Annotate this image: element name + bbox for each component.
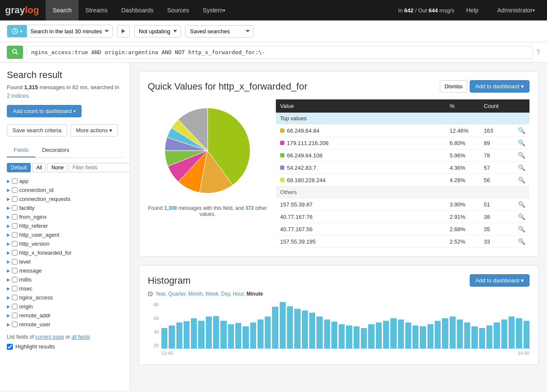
field-checkbox[interactable]: [12, 250, 18, 256]
field-checkbox[interactable]: [12, 232, 18, 238]
tab-fields[interactable]: Fields: [7, 143, 35, 157]
field-checkbox[interactable]: [12, 322, 18, 327]
filter-none[interactable]: None: [47, 163, 67, 172]
field-checkbox[interactable]: [12, 304, 18, 309]
more-actions-button[interactable]: More actions ▾: [70, 124, 118, 136]
resolution-option[interactable]: Hour,: [233, 291, 246, 297]
nav-admin[interactable]: Administrator: [491, 0, 542, 20]
field-expand-arrow[interactable]: ▶: [7, 322, 10, 327]
field-checkbox[interactable]: [12, 223, 18, 229]
field-checkbox[interactable]: [12, 259, 18, 264]
field-item[interactable]: ▶ remote_addr: [7, 311, 123, 320]
search-value-button[interactable]: 🔍: [518, 226, 525, 232]
field-checkbox[interactable]: [12, 205, 18, 211]
field-checkbox[interactable]: [12, 214, 18, 220]
field-expand-arrow[interactable]: ▶: [7, 197, 10, 201]
field-checkbox[interactable]: [12, 187, 18, 193]
saved-searches-select[interactable]: Saved searches: [185, 25, 254, 38]
highlight-checkbox[interactable]: [7, 344, 13, 350]
resolution-option[interactable]: Month,: [188, 291, 205, 297]
resolution-option[interactable]: Week,: [205, 291, 221, 297]
field-item[interactable]: ▶ http_user_agent: [7, 230, 123, 239]
field-item[interactable]: ▶ msec: [7, 284, 123, 293]
search-value-button[interactable]: 🔍: [518, 152, 525, 159]
field-item[interactable]: ▶ nginx_access: [7, 293, 123, 302]
search-value-button[interactable]: 🔍: [518, 139, 525, 146]
all-fields-link[interactable]: all fields: [71, 334, 90, 340]
histogram-bar: [494, 322, 500, 348]
field-checkbox[interactable]: [12, 313, 18, 318]
time-select[interactable]: Search in the last 30 minutes: [27, 26, 112, 37]
field-expand-arrow[interactable]: ▶: [7, 268, 10, 273]
field-expand-arrow[interactable]: ▶: [7, 313, 10, 318]
search-value-button[interactable]: 🔍: [518, 238, 525, 245]
save-search-button[interactable]: Save search criteria: [7, 124, 67, 136]
time-icon-btn[interactable]: ▾: [7, 25, 27, 37]
field-checkbox[interactable]: [12, 241, 18, 247]
field-item[interactable]: ▶ http_version: [7, 239, 123, 248]
current-page-link[interactable]: current page: [35, 334, 64, 340]
field-item[interactable]: ▶ http_x_forwarded_for: [7, 248, 123, 257]
search-value-button[interactable]: 🔍: [518, 127, 525, 134]
query-input[interactable]: [26, 46, 533, 59]
search-value-button[interactable]: 🔍: [518, 201, 525, 208]
search-go-button[interactable]: [7, 46, 23, 59]
resolution-option[interactable]: Minute: [246, 291, 263, 297]
field-expand-arrow[interactable]: ▶: [7, 259, 10, 264]
field-expand-arrow[interactable]: ▶: [7, 232, 10, 237]
field-item[interactable]: ▶ facility: [7, 203, 123, 212]
not-updating-select[interactable]: Not updating: [134, 25, 181, 38]
histogram-add-dashboard-button[interactable]: Add to dashboard ▾: [470, 274, 529, 287]
search-value-button[interactable]: 🔍: [518, 164, 525, 171]
field-item[interactable]: ▶ app: [7, 177, 123, 186]
field-expand-arrow[interactable]: ▶: [7, 286, 10, 291]
nav-system[interactable]: System: [196, 0, 232, 20]
query-help-icon[interactable]: ?: [536, 49, 540, 56]
field-item[interactable]: ▶ message: [7, 266, 123, 275]
field-checkbox[interactable]: [12, 268, 18, 273]
indices-link[interactable]: 2 indices.: [7, 93, 30, 99]
add-count-dashboard-button[interactable]: Add count to dashboard ▾: [7, 105, 82, 117]
field-expand-arrow[interactable]: ▶: [7, 179, 10, 183]
add-to-dashboard-button[interactable]: Add to dashboard ▾: [470, 80, 529, 93]
search-value-button[interactable]: 🔍: [518, 213, 525, 220]
field-expand-arrow[interactable]: ▶: [7, 277, 10, 282]
dismiss-button[interactable]: Dismiss: [440, 80, 467, 93]
field-checkbox[interactable]: [12, 286, 18, 291]
time-dropdown[interactable]: ▾ Search in the last 30 minutes: [7, 25, 113, 38]
filter-default[interactable]: Default: [7, 163, 31, 172]
field-expand-arrow[interactable]: ▶: [7, 215, 10, 219]
field-filter-input[interactable]: [69, 163, 130, 172]
play-button[interactable]: [117, 25, 130, 38]
field-checkbox[interactable]: [12, 178, 18, 184]
field-expand-arrow[interactable]: ▶: [7, 206, 10, 210]
nav-help[interactable]: Help: [459, 0, 486, 20]
field-item[interactable]: ▶ origin: [7, 302, 123, 311]
field-checkbox[interactable]: [12, 295, 18, 300]
filter-all[interactable]: All: [32, 163, 46, 172]
field-item[interactable]: ▶ remote_user: [7, 320, 123, 329]
field-item[interactable]: ▶ connection_requests: [7, 195, 123, 203]
field-item[interactable]: ▶ connection_id: [7, 186, 123, 195]
field-expand-arrow[interactable]: ▶: [7, 250, 10, 255]
field-item[interactable]: ▶ level: [7, 257, 123, 266]
field-item[interactable]: ▶ http_referer: [7, 221, 123, 230]
field-expand-arrow[interactable]: ▶: [7, 241, 10, 246]
resolution-option[interactable]: Day,: [221, 291, 233, 297]
resolution-option[interactable]: Quarter,: [168, 291, 188, 297]
nav-sources[interactable]: Sources: [160, 0, 196, 20]
search-value-button[interactable]: 🔍: [518, 177, 525, 183]
resolution-option[interactable]: Year,: [155, 291, 168, 297]
field-item[interactable]: ▶ from_nginx: [7, 212, 123, 221]
nav-dashboards[interactable]: Dashboards: [114, 0, 161, 20]
nav-search[interactable]: Search: [46, 0, 78, 20]
field-checkbox[interactable]: [12, 277, 18, 282]
field-expand-arrow[interactable]: ▶: [7, 188, 10, 192]
field-expand-arrow[interactable]: ▶: [7, 224, 10, 228]
field-expand-arrow[interactable]: ▶: [7, 304, 10, 309]
nav-streams[interactable]: Streams: [79, 0, 114, 20]
field-checkbox[interactable]: [12, 196, 18, 202]
field-expand-arrow[interactable]: ▶: [7, 295, 10, 300]
tab-decorators[interactable]: Decorators: [35, 143, 76, 157]
field-item[interactable]: ▶ millis: [7, 275, 123, 284]
